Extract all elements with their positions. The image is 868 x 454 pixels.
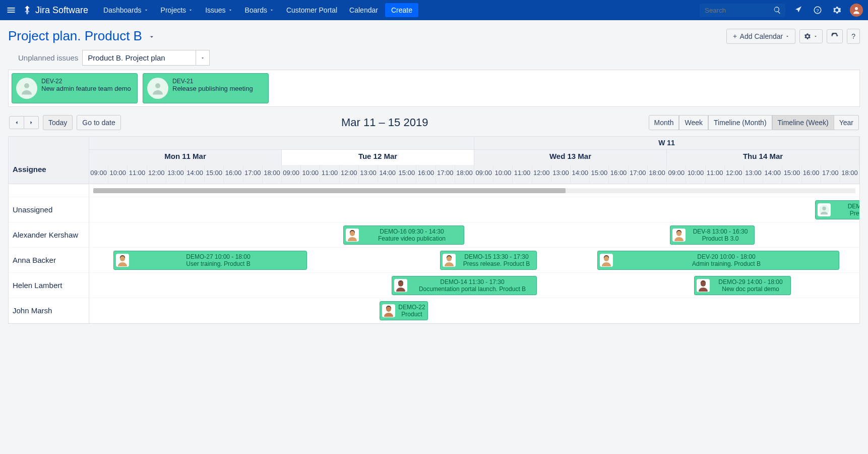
assignee-row: John Marsh <box>9 298 89 323</box>
lane-row: DEMO-27 10:00 - 18:00User training. Prod… <box>89 248 859 273</box>
event[interactable]: DEMO-2Pre-lau <box>815 200 859 219</box>
hour-header: 11:00 <box>706 165 725 184</box>
feedback-icon[interactable] <box>792 4 804 16</box>
avatar-icon <box>346 229 359 242</box>
svg-point-16 <box>604 256 609 261</box>
nav-item-calendar[interactable]: Calendar <box>344 2 383 18</box>
unplanned-label: Unplanned issues <box>8 53 78 62</box>
hour-header: 11:00 <box>320 165 339 184</box>
svg-point-18 <box>398 281 403 287</box>
title-dropdown-icon[interactable] <box>148 28 155 44</box>
event[interactable]: DEV-8 13:00 - 16:30Product B 3.0 <box>670 225 755 245</box>
hour-header: 16:00 <box>416 165 436 184</box>
svg-point-14 <box>447 256 452 261</box>
avatar-icon <box>697 279 710 292</box>
hour-header: 09:00 <box>89 165 108 184</box>
hour-header: 15:00 <box>397 165 416 184</box>
timeline-lanes: DEMO-2Pre-lauDEMO-16 09:30 - 14:30Featur… <box>89 184 859 323</box>
filter-select[interactable]: Product B. Project plan <box>82 50 209 66</box>
add-calendar-label: Add Calendar <box>740 32 783 40</box>
refresh-button[interactable] <box>827 29 843 43</box>
hour-header: 14:00 <box>185 165 205 184</box>
hour-header: 12:00 <box>340 165 359 184</box>
today-button[interactable]: Today <box>43 115 73 130</box>
event[interactable]: DEMO-16 09:30 - 14:30Feature video publi… <box>343 225 464 245</box>
view-month[interactable]: Month <box>649 115 679 130</box>
event[interactable]: DEMO-27 10:00 - 18:00User training. Prod… <box>113 251 307 270</box>
event-text: DEMO-2Pre-lau <box>834 203 859 217</box>
hour-header: 14:00 <box>571 165 590 184</box>
hour-header: 10:00 <box>686 165 705 184</box>
hour-header: 14:00 <box>763 165 782 184</box>
event[interactable]: DEV-20 10:00 - 18:00Admin training. Prod… <box>597 251 839 270</box>
assignee-row: Alexander Kershaw <box>9 222 89 248</box>
event-text: DEMO-22Product <box>398 304 425 318</box>
add-calendar-button[interactable]: Add Calendar <box>726 29 796 44</box>
svg-point-6 <box>822 207 826 210</box>
view-week[interactable]: Week <box>679 115 708 130</box>
svg-point-22 <box>386 307 391 312</box>
nav-arrows <box>9 116 39 129</box>
horizontal-scrollbar[interactable] <box>89 184 859 197</box>
nav-item-projects[interactable]: Projects <box>156 2 199 18</box>
search-input[interactable] <box>700 4 785 17</box>
nav-item-dashboards[interactable]: Dashboards <box>98 2 154 18</box>
lane-row: DEMO-14 11:30 - 17:30Documentation porta… <box>89 273 859 298</box>
issue-card[interactable]: DEV-21Release publishing meeting <box>143 73 269 103</box>
svg-point-8 <box>350 231 355 236</box>
svg-point-4 <box>155 83 160 88</box>
event-text: DEMO-16 09:30 - 14:30Feature video publi… <box>362 228 462 243</box>
chevron-right-icon <box>28 120 34 126</box>
issue-card[interactable]: DEV-22New admin feature team demo <box>12 73 138 103</box>
jira-logo[interactable]: Jira Software <box>22 5 88 16</box>
day-header: Thu 14 Mar <box>667 150 859 165</box>
assignee-row: Helen Lambert <box>9 273 89 298</box>
event-text: DEMO-29 14:00 - 18:00New doc portal demo <box>713 278 788 293</box>
create-button[interactable]: Create <box>385 3 418 17</box>
hour-header: 14:00 <box>378 165 397 184</box>
chevron-down-icon[interactable] <box>196 50 210 66</box>
svg-point-20 <box>701 281 706 287</box>
svg-point-12 <box>120 256 125 261</box>
menu-icon[interactable] <box>5 4 17 16</box>
help-button[interactable]: ? <box>847 29 860 44</box>
settings-button[interactable] <box>799 29 823 43</box>
event[interactable]: DEMO-29 14:00 - 18:00New doc portal demo <box>694 276 791 295</box>
nav-item-boards[interactable]: Boards <box>240 2 279 18</box>
settings-icon[interactable] <box>831 4 843 16</box>
avatar-icon <box>382 304 395 317</box>
view-timeline-week-[interactable]: Timeline (Week) <box>772 115 834 130</box>
avatar-placeholder-icon <box>147 78 168 99</box>
help-icon[interactable]: ? <box>812 4 824 16</box>
week-label: W 11 <box>474 137 859 149</box>
brand-text: Jira Software <box>35 5 88 16</box>
profile-avatar[interactable] <box>850 4 863 17</box>
calendar-controls: Today Go to date Mar 11 – 15 2019 MonthW… <box>8 115 860 130</box>
nav-item-customer-portal[interactable]: Customer Portal <box>281 2 342 18</box>
event[interactable]: DEMO-15 13:30 - 17:30Press release. Prod… <box>440 251 537 270</box>
event-text: DEMO-15 13:30 - 17:30Press release. Prod… <box>459 253 534 268</box>
page-actions: Add Calendar ? <box>726 29 860 44</box>
week-row: W 11 <box>89 137 859 150</box>
page: Project plan. Product B Add Calendar ? U… <box>0 20 868 332</box>
event[interactable]: DEMO-14 11:30 - 17:30Documentation porta… <box>392 276 537 295</box>
svg-point-10 <box>676 231 681 236</box>
nav-item-issues[interactable]: Issues <box>200 2 237 18</box>
card-text: DEV-22New admin feature team demo <box>41 78 131 99</box>
page-header: Project plan. Product B Add Calendar ? <box>8 28 860 44</box>
view-switcher: MonthWeekTimeline (Month)Timeline (Week)… <box>649 115 859 130</box>
top-nav: Jira Software DashboardsProjectsIssuesBo… <box>0 0 868 20</box>
scroll-thumb[interactable] <box>93 188 566 193</box>
date-range-title: Mar 11 – 15 2019 <box>341 116 428 129</box>
goto-date-button[interactable]: Go to date <box>77 115 120 130</box>
timeline-body: UnassignedAlexander KershawAnna BackerHe… <box>9 184 859 323</box>
event[interactable]: DEMO-22Product <box>380 301 428 320</box>
nav-right: ? <box>700 4 863 17</box>
next-button[interactable] <box>24 116 39 129</box>
event-text: DEV-20 10:00 - 18:00Admin training. Prod… <box>616 253 837 268</box>
view-timeline-month-[interactable]: Timeline (Month) <box>708 115 772 130</box>
prev-button[interactable] <box>9 116 24 129</box>
view-year[interactable]: Year <box>834 115 859 130</box>
chevron-left-icon <box>14 120 20 126</box>
hour-header: 17:00 <box>436 165 455 184</box>
